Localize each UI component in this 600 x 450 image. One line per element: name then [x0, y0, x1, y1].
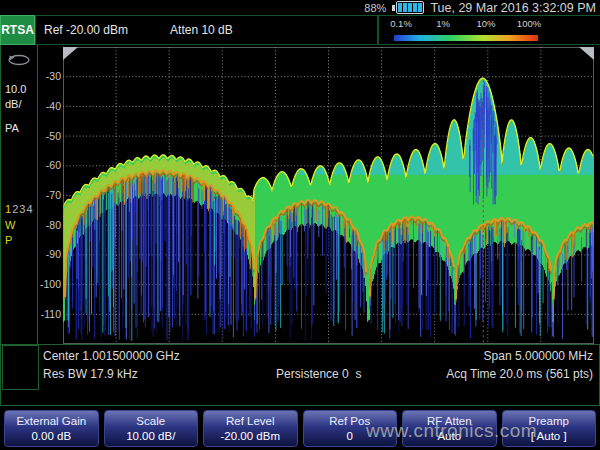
battery-nub: [392, 5, 395, 11]
y-axis-label: -40: [46, 100, 61, 112]
colorbar-label: 100%: [517, 18, 541, 29]
analyzer-screen: 88% Tue, 29 Mar 2016 3:32:09 PM RTSA Ref…: [0, 0, 600, 450]
softkey-label: Scale: [136, 414, 165, 429]
colorbar-gradient: [394, 35, 538, 41]
y-axis-label: -100: [40, 278, 61, 290]
softkey-value: 0: [347, 429, 353, 444]
y-axis-label: -80: [46, 219, 61, 231]
trace-digit: 4: [26, 203, 33, 215]
y-axis-label: -60: [46, 159, 61, 171]
y-axis-label: -50: [46, 130, 61, 142]
softkey-bar: External Gain 0.00 dB Scale 10.00 dB/ Re…: [0, 410, 600, 447]
softkey-preamp[interactable]: Preamp [ Auto ]: [502, 410, 597, 447]
acq-time-readout: Acq Time 20.0 ms (561 pts): [446, 367, 593, 381]
y-axis-label: -30: [46, 70, 61, 82]
softkey-external-gain[interactable]: External Gain 0.00 dB: [4, 410, 99, 447]
y-axis-label: -70: [46, 189, 61, 201]
battery-segment: [403, 3, 407, 12]
softkey-ref-pos[interactable]: Ref Pos 0: [303, 410, 398, 447]
trace-write-mode: W: [5, 219, 15, 231]
softkey-value: 10.00 dB/: [126, 429, 175, 444]
battery-icon: [392, 1, 424, 14]
battery-segment: [408, 3, 412, 12]
colorbar-label: 1%: [436, 18, 450, 29]
mode-badge: RTSA: [0, 15, 35, 45]
scale-per-div-value: 10.0: [5, 83, 26, 95]
res-bw-readout: Res BW 17.9 kHz: [43, 367, 138, 381]
battery-segment: [418, 3, 422, 12]
softkey-label: External Gain: [16, 414, 86, 429]
y-axis-labels: -30-40-50-60-70-80-90-100-110: [38, 45, 62, 344]
softkey-scale[interactable]: Scale 10.00 dB/: [104, 410, 199, 447]
battery-segment: [398, 3, 402, 12]
persistence-spectrum-canvas: [63, 47, 594, 344]
softkey-label: RF Atten: [427, 414, 472, 429]
datetime: Tue, 29 Mar 2016 3:32:09 PM: [430, 1, 596, 15]
softkey-label: Ref Level: [226, 414, 275, 429]
trace-detector-mode: P: [5, 234, 12, 246]
battery-segment: [413, 3, 417, 12]
span-readout: Span 5.000000 MHz: [484, 349, 593, 363]
colorbar-label: 10%: [476, 18, 495, 29]
persistence-readout: Persistence 0 s: [276, 367, 361, 381]
softkey-value: -20.00 dBm: [221, 429, 280, 444]
battery-segments: [396, 1, 424, 14]
persistence-colorbar: 0.1% 1% 10% 100%: [378, 15, 600, 45]
ref-atten-cell: Ref -20.00 dBm Atten 10 dB: [35, 15, 378, 45]
scale-per-div-unit: dB/: [5, 98, 22, 110]
softkey-ref-level[interactable]: Ref Level -20.00 dBm: [203, 410, 298, 447]
status-bar: 88% Tue, 29 Mar 2016 3:32:09 PM: [0, 0, 600, 15]
header-row: RTSA Ref -20.00 dBm Atten 10 dB 0.1% 1% …: [0, 15, 600, 45]
colorbar-label: 0.1%: [390, 18, 412, 29]
y-axis-label: -110: [41, 308, 61, 320]
softkey-value: [ Auto ]: [531, 429, 567, 444]
battery-percent: 88%: [364, 2, 386, 14]
spectrum-plot[interactable]: [63, 47, 594, 344]
center-frequency-readout: Center 1.001500000 GHz: [43, 349, 180, 363]
softkey-label: Preamp: [529, 414, 569, 429]
footer-readouts: Center 1.001500000 GHz Span 5.000000 MHz…: [0, 344, 600, 406]
trace-number-indicators: 1234: [5, 203, 34, 215]
ref-level-readout: Ref -20.00 dBm: [44, 23, 128, 37]
continuous-sweep-icon: [6, 52, 32, 68]
y-axis-label: -90: [46, 248, 61, 260]
left-annotation-column: 10.0 dB/ PA 1234 W P: [0, 45, 38, 344]
footer-left-cell: [2, 345, 39, 390]
softkey-value: 0.00 dB: [31, 429, 71, 444]
softkey-rf-atten[interactable]: RF Atten Auto: [402, 410, 497, 447]
softkey-value: Auto: [437, 429, 461, 444]
atten-readout: Atten 10 dB: [170, 23, 233, 37]
softkey-label: Ref Pos: [329, 414, 370, 429]
preamp-indicator: PA: [5, 122, 19, 134]
